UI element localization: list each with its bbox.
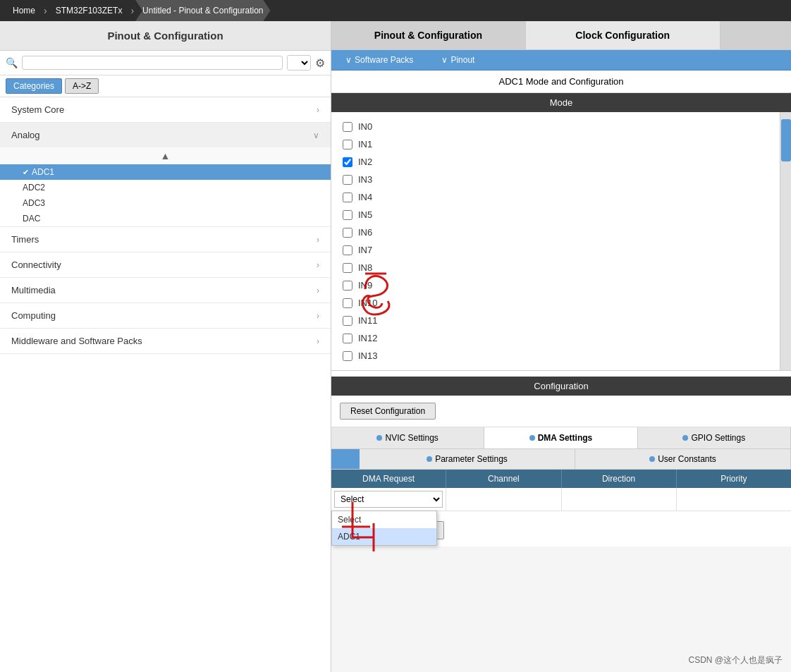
top-tab-pinout[interactable]: Pinout & Configuration bbox=[331, 21, 526, 49]
checkbox-in13[interactable] bbox=[343, 351, 352, 361]
category-timers-label: Timers bbox=[11, 234, 39, 245]
top-tab-extra bbox=[721, 21, 791, 49]
sub-config-tab-constants[interactable]: User Constants bbox=[575, 449, 791, 469]
sub-config-tab-params[interactable]: Parameter Settings bbox=[360, 449, 575, 469]
analog-item-adc3[interactable]: ADC3 bbox=[0, 195, 331, 211]
search-input[interactable] bbox=[22, 56, 283, 70]
search-dropdown[interactable] bbox=[287, 55, 311, 71]
mode-label-in8: IN8 bbox=[358, 262, 372, 273]
checkbox-in6[interactable] bbox=[343, 228, 352, 238]
category-computing[interactable]: Computing › bbox=[0, 303, 331, 329]
sort-up-icon: ▲ bbox=[161, 150, 171, 161]
breadcrumb-current[interactable]: Untitled - Pinout & Configuration bbox=[135, 0, 270, 21]
mode-title: Mode bbox=[331, 93, 791, 112]
checkbox-in4[interactable] bbox=[343, 193, 352, 202]
mode-label-in11: IN11 bbox=[358, 315, 377, 326]
chevron-right-icon-0: › bbox=[317, 105, 319, 115]
checkbox-in11[interactable] bbox=[343, 316, 352, 326]
adc1-config-title: ADC1 Mode and Configuration bbox=[331, 71, 791, 93]
mode-item-in0: IN0 bbox=[343, 118, 768, 135]
secondary-tab-pinout[interactable]: ∨ Pinout bbox=[427, 50, 489, 70]
reset-config-button[interactable]: Reset Configuration bbox=[340, 403, 436, 420]
mode-item-in8: IN8 bbox=[343, 259, 768, 276]
dma-col-direction: Direction bbox=[562, 470, 677, 488]
top-tab-clock[interactable]: Clock Configuration bbox=[526, 21, 721, 49]
mode-item-in9: IN9 bbox=[343, 276, 768, 294]
chevron-right-icon-3: › bbox=[317, 260, 319, 270]
category-system-core[interactable]: System Core › bbox=[0, 97, 331, 123]
analog-item-dac-label: DAC bbox=[23, 214, 40, 224]
chevron-right-icon-2: › bbox=[317, 235, 319, 245]
configuration-section: Configuration Reset Configuration NVIC S… bbox=[331, 370, 791, 546]
scroll-thumb[interactable] bbox=[781, 119, 791, 161]
tab-categories[interactable]: Categories bbox=[6, 78, 62, 94]
checkbox-in5[interactable] bbox=[343, 210, 352, 220]
category-multimedia[interactable]: Multimedia › bbox=[0, 278, 331, 303]
dropdown-option-adc1[interactable]: ADC1 bbox=[332, 528, 436, 545]
dma-request-select[interactable]: Select ADC1 bbox=[334, 491, 443, 508]
mode-label-in4: IN4 bbox=[358, 192, 372, 202]
tab-bar: Categories A->Z bbox=[0, 75, 331, 97]
analog-item-dac[interactable]: DAC bbox=[0, 211, 331, 226]
analog-item-adc1[interactable]: ✔ ADC1 bbox=[0, 164, 331, 180]
dma-dot bbox=[529, 435, 535, 441]
config-tab-nvic[interactable]: NVIC Settings bbox=[331, 427, 484, 448]
category-analog-header[interactable]: Analog ∨ bbox=[0, 123, 331, 147]
dma-cell-priority bbox=[677, 488, 791, 511]
constants-tab-label: User Constants bbox=[658, 454, 716, 464]
gear-button[interactable]: ⚙ bbox=[315, 56, 325, 70]
breadcrumb-bar: Home › STM32F103ZETx › Untitled - Pinout… bbox=[0, 0, 791, 21]
config-tab-dma[interactable]: DMA Settings bbox=[484, 427, 637, 448]
dma-cell-request: Select ADC1 Select ADC1 bbox=[331, 488, 446, 511]
mode-list: IN0 IN1 IN2 IN3 bbox=[331, 112, 780, 370]
nvic-dot bbox=[376, 435, 382, 441]
category-middleware[interactable]: Middleware and Software Packs › bbox=[0, 329, 331, 354]
mode-label-in12: IN12 bbox=[358, 333, 377, 343]
checkbox-in1[interactable] bbox=[343, 140, 352, 149]
breadcrumb-home[interactable]: Home bbox=[6, 0, 42, 21]
nvic-tab-label: NVIC Settings bbox=[385, 433, 438, 443]
mode-label-in6: IN6 bbox=[358, 227, 372, 238]
dma-col-request: DMA Request bbox=[331, 470, 446, 488]
sub-tab-indicator bbox=[331, 449, 360, 469]
config-tab-gpio[interactable]: GPIO Settings bbox=[638, 427, 791, 448]
check-icon-adc1: ✔ bbox=[23, 168, 29, 177]
chevron-right-icon-4: › bbox=[317, 286, 319, 295]
dropdown-option-select[interactable]: Select bbox=[332, 511, 436, 528]
search-icon: 🔍 bbox=[6, 57, 18, 68]
mode-item-in5: IN5 bbox=[343, 206, 768, 224]
checkbox-in3[interactable] bbox=[343, 175, 352, 185]
checkbox-in8[interactable] bbox=[343, 263, 352, 273]
left-panel-title: Pinout & Configuration bbox=[0, 21, 331, 51]
params-tab-label: Parameter Settings bbox=[435, 454, 508, 464]
category-system-core-label: System Core bbox=[11, 104, 64, 115]
mode-label-in10: IN10 bbox=[358, 298, 377, 308]
params-dot bbox=[427, 456, 432, 462]
category-connectivity[interactable]: Connectivity › bbox=[0, 252, 331, 278]
category-connectivity-label: Connectivity bbox=[11, 259, 61, 270]
analog-list: ✔ ADC1 ADC2 ADC3 DAC bbox=[0, 164, 331, 226]
analog-item-adc2[interactable]: ADC2 bbox=[0, 180, 331, 195]
search-bar: 🔍 ⚙ bbox=[0, 51, 331, 75]
checkbox-in12[interactable] bbox=[343, 334, 352, 343]
watermark: CSDN @这个人也是疯子 bbox=[688, 654, 783, 666]
mode-item-in3: IN3 bbox=[343, 171, 768, 188]
analog-item-adc2-label: ADC2 bbox=[23, 183, 45, 193]
checkbox-in9[interactable] bbox=[343, 281, 352, 291]
sort-arrows: ▲ bbox=[0, 147, 331, 164]
analog-item-adc3-label: ADC3 bbox=[23, 198, 45, 208]
tab-az[interactable]: A->Z bbox=[65, 78, 99, 94]
checkbox-in7[interactable] bbox=[343, 245, 352, 255]
mode-label-in5: IN5 bbox=[358, 209, 372, 220]
scroll-track[interactable] bbox=[780, 112, 791, 370]
category-timers[interactable]: Timers › bbox=[0, 227, 331, 252]
reset-btn-wrap: Reset Configuration bbox=[331, 396, 791, 427]
breadcrumb-device[interactable]: STM32F103ZETx bbox=[49, 0, 130, 21]
checkbox-in10[interactable] bbox=[343, 298, 352, 308]
secondary-tab-software[interactable]: ∨ Software Packs bbox=[331, 50, 427, 70]
checkbox-in0[interactable] bbox=[343, 122, 352, 132]
checkbox-in2[interactable] bbox=[343, 157, 352, 167]
breadcrumb-arrow-1: › bbox=[44, 5, 47, 16]
mode-label-in1: IN1 bbox=[358, 139, 372, 149]
mode-label-in0: IN0 bbox=[358, 121, 372, 132]
